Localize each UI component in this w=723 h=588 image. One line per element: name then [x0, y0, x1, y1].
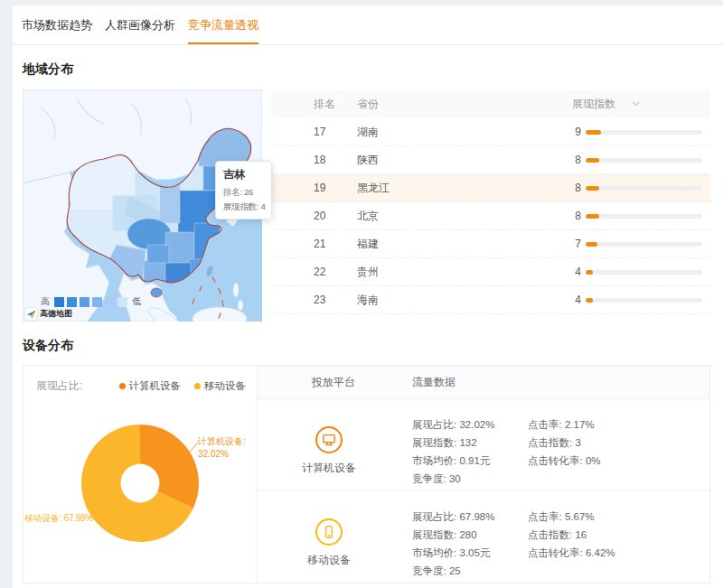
- chevron-down-icon[interactable]: [632, 101, 640, 107]
- table-row[interactable]: 23 海南 4: [271, 286, 710, 314]
- stat-line: 竞争度: 30: [412, 470, 528, 488]
- device-stats-left: 展现占比: 67.98% 展现指数: 280 市场均价: 3.05元 竞争度: …: [412, 491, 528, 583]
- rank-cell: 22: [314, 266, 357, 278]
- index-value: 4: [572, 266, 581, 278]
- index-value: 4: [572, 294, 581, 306]
- index-bar-fill: [586, 242, 597, 247]
- rank-cell: 19: [314, 182, 357, 194]
- province-cell: 陕西: [357, 153, 572, 168]
- index-bar-fill: [586, 298, 593, 303]
- tooltip-index: 展现指数: 4: [223, 200, 265, 214]
- index-cell: 4: [572, 266, 710, 278]
- region-section-title: 地域分布: [23, 61, 710, 78]
- legend-low-label: 低: [132, 295, 141, 308]
- tab[interactable]: 竞争流量透视: [188, 5, 258, 44]
- stat-line: 展现占比: 67.98%: [412, 508, 528, 526]
- index-bar-track: [586, 298, 702, 303]
- index-bar-track: [586, 158, 702, 163]
- province-cell: 贵州: [357, 265, 572, 280]
- legend-swatch: [54, 297, 64, 307]
- stat-line: 点击指数: 16: [528, 526, 615, 544]
- index-value: 8: [572, 154, 581, 166]
- province-cell: 福建: [357, 237, 572, 252]
- tab[interactable]: 人群画像分析: [105, 5, 175, 44]
- stat-line: 点击转化率: 6.42%: [528, 544, 615, 562]
- legend-swatch: [92, 297, 102, 307]
- index-cell: 8: [572, 182, 710, 194]
- device-table-header: 投放平台 流量数据: [258, 366, 709, 399]
- stat-line: 点击率: 5.67%: [528, 508, 615, 526]
- traffic-header: 流量数据: [412, 375, 455, 390]
- stat-line: 展现指数: 132: [412, 434, 528, 452]
- rank-cell: 17: [314, 126, 357, 138]
- legend-swatch: [80, 297, 89, 307]
- stat-line: 展现占比: 32.02%: [412, 415, 528, 434]
- index-bar-track: [586, 214, 702, 219]
- index-bar-track: [586, 130, 702, 135]
- device-platform: 移动设备: [258, 491, 400, 583]
- index-header-label: 展现指数: [572, 97, 615, 112]
- donut-svg: [23, 366, 258, 583]
- region-table-header: 排名 省份 展现指数: [271, 89, 710, 118]
- content-panel: 市场数据趋势 人群画像分析 竞争流量透视 地域分布: [13, 5, 723, 588]
- province-cell: 湖南: [357, 125, 572, 140]
- device-share-pane: 展现占比: 计算机设备 移动设备: [23, 366, 258, 583]
- phone-icon: [315, 518, 343, 546]
- table-row[interactable]: 22 贵州 4: [271, 258, 710, 286]
- legend-swatch: [67, 297, 77, 307]
- table-row[interactable]: 20 北京 8: [271, 202, 710, 230]
- rank-cell: 18: [314, 154, 357, 166]
- index-header[interactable]: 展现指数: [572, 97, 710, 112]
- device-stats-right: 点击率: 5.67% 点击指数: 16 点击转化率: 6.42%: [528, 491, 615, 583]
- index-bar-track: [586, 186, 702, 191]
- index-value: 7: [572, 238, 581, 250]
- rank-cell: 23: [314, 294, 357, 306]
- donut-label-mobile: 移动设备: 67.98%: [24, 512, 93, 525]
- table-row[interactable]: 17 湖南 9: [271, 118, 710, 146]
- device-row: 移动设备 展现占比: 67.98% 展现指数: 280 市场均价: 3.05元 …: [258, 490, 709, 583]
- rank-cell: 21: [314, 238, 357, 250]
- device-row: 计算机设备 展现占比: 32.02% 展现指数: 132 市场均价: 0.91元…: [258, 399, 709, 490]
- legend-swatch: [105, 297, 115, 307]
- device-section-title: 设备分布: [23, 338, 710, 354]
- index-bar-fill: [586, 214, 599, 219]
- index-value: 8: [572, 210, 581, 222]
- index-bar-fill: [586, 186, 599, 191]
- device-name: 移动设备: [307, 553, 351, 568]
- tabbar: 市场数据趋势 人群画像分析 竞争流量透视: [13, 5, 723, 45]
- stat-line: 市场均价: 3.05元: [412, 544, 528, 562]
- table-row[interactable]: 18 陕西 8: [271, 146, 710, 174]
- index-bar-track: [586, 270, 702, 275]
- index-bar-fill: [586, 158, 599, 163]
- index-bar-track: [586, 242, 702, 247]
- index-bar-fill: [586, 270, 593, 275]
- index-cell: 7: [572, 238, 710, 250]
- donut-label-computer: 计算机设备: 32.02%: [198, 435, 246, 461]
- amap-logo-text: 高德地图: [40, 308, 72, 320]
- legend-high-label: 高: [41, 295, 50, 308]
- device-detail-pane: 投放平台 流量数据 计算机设备 展现占比: 32.02% 展现指数: 132 市…: [258, 366, 709, 583]
- index-value: 9: [572, 126, 581, 138]
- donut-chart[interactable]: 计算机设备: 32.02% 移动设备: 67.98%: [23, 366, 258, 583]
- region-body: 吉林 排名: 26 展现指数: 4 高 低: [23, 89, 710, 322]
- rank-header: 排名: [314, 97, 357, 112]
- legend-swatch: [117, 297, 127, 307]
- stat-line: 点击指数: 3: [528, 434, 601, 452]
- china-map[interactable]: 吉林 排名: 26 展现指数: 4 高 低: [23, 89, 262, 322]
- index-value: 8: [572, 182, 581, 194]
- map-tooltip: 吉林 排名: 26 展现指数: 4: [215, 161, 272, 219]
- device-stats-left: 展现占比: 32.02% 展现指数: 132 市场均价: 0.91元 竞争度: …: [412, 399, 528, 490]
- map-attribution[interactable]: 高德地图: [24, 307, 72, 321]
- amap-logo-icon: [24, 307, 38, 321]
- tab[interactable]: 市场数据趋势: [22, 5, 92, 44]
- index-cell: 8: [572, 210, 710, 222]
- table-row[interactable]: 21 福建 7: [271, 230, 710, 258]
- table-row[interactable]: 19 黑龙江 8: [271, 174, 710, 202]
- stat-line: 展现指数: 280: [412, 526, 528, 544]
- index-bar-fill: [586, 130, 601, 135]
- stat-line: 市场均价: 0.91元: [412, 452, 528, 470]
- monitor-icon: [315, 426, 343, 453]
- stat-line: 点击转化率: 0%: [528, 452, 601, 470]
- rank-cell: 20: [314, 210, 357, 222]
- device-stats-right: 点击率: 2.17% 点击指数: 3 点击转化率: 0%: [528, 399, 601, 490]
